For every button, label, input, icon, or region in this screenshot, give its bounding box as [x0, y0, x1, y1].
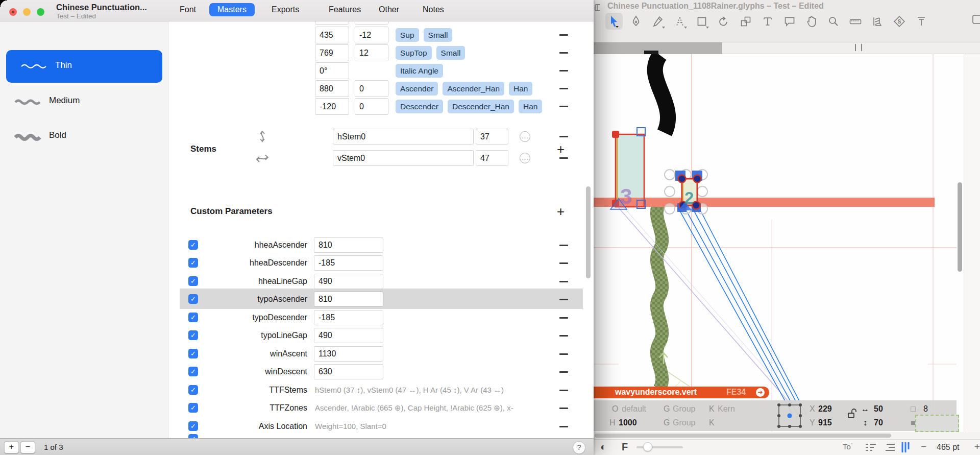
parameter-value-text[interactable]: hStem0 (37 ↕), vStem0 (47 ↔), H Ar (45 ↕… [315, 382, 504, 398]
field-value[interactable]: default [622, 404, 646, 414]
metric-value-field[interactable]: -120 [315, 98, 349, 115]
metric-tag[interactable]: Italic Angle [396, 64, 443, 78]
parameter-value-field[interactable]: -185 [314, 310, 383, 325]
metric-tag[interactable]: Han [509, 82, 532, 95]
zoom-in-button[interactable]: + [974, 441, 980, 452]
metric-tag[interactable]: Descender [396, 100, 443, 113]
metric-value-field[interactable]: 0 [355, 98, 388, 115]
tab-font[interactable]: Font [180, 5, 196, 14]
metric-tag[interactable]: Descender_Han [448, 100, 514, 113]
panel-scrollbar[interactable] [586, 186, 591, 278]
glyph-jump-icon[interactable]: ➔ [756, 388, 765, 397]
select-tool-icon[interactable] [607, 13, 621, 30]
preview-toggle-icon[interactable]: ◐ [600, 441, 606, 453]
remove-parameter-button[interactable] [559, 371, 568, 373]
zoom-out-button[interactable]: − [921, 441, 926, 452]
tab-exports[interactable]: Exports [272, 5, 299, 14]
metric-tag[interactable]: Ascender_Han [443, 82, 504, 95]
stem-name-field[interactable]: hStem0 [333, 129, 474, 145]
field-value[interactable]: Kern [718, 404, 735, 414]
add-master-button[interactable]: + [4, 441, 19, 453]
metric-value-field[interactable]: 880 [315, 80, 349, 97]
remove-parameter-button[interactable] [559, 353, 568, 355]
glyph-info-bar[interactable]: wavyunderscore.vert FE34 ➔ [594, 387, 769, 398]
corner-handle[interactable] [612, 131, 619, 138]
s-diamond-tool-icon[interactable]: S [893, 13, 906, 30]
parameter-checkbox-partial[interactable]: ✓ [188, 434, 198, 438]
tab-masters[interactable]: Masters [209, 3, 255, 16]
stem-name-field[interactable]: vStem0 [333, 150, 474, 166]
align-list-icon[interactable] [866, 443, 876, 452]
remove-metric-button[interactable] [559, 34, 568, 36]
remove-master-button[interactable]: − [20, 441, 35, 453]
help-button[interactable]: ? [573, 441, 585, 454]
scale-tool-icon[interactable] [739, 13, 752, 30]
field-value[interactable]: Group [673, 404, 695, 414]
remove-metric-button[interactable] [559, 88, 568, 89]
parameter-value-field[interactable]: 810 [314, 237, 383, 253]
width-value[interactable]: 50 [874, 404, 883, 414]
metric-tag[interactable]: Ascender [396, 82, 438, 95]
tab-features[interactable]: Features [329, 5, 361, 14]
metric-value-field[interactable]: 435 [315, 27, 349, 43]
remove-parameter-button[interactable] [559, 262, 568, 264]
metric-value-field[interactable]: 12 [355, 44, 388, 61]
vertical-scrollbar[interactable] [958, 182, 962, 272]
remove-metric-button[interactable] [559, 52, 568, 54]
remove-metric-button[interactable] [559, 106, 568, 107]
remove-parameter-button[interactable] [559, 426, 568, 427]
add-parameter-button[interactable]: + [557, 205, 565, 218]
selected-node[interactable] [678, 175, 686, 183]
text-tool-icon[interactable] [761, 13, 774, 30]
vertical-layout-icon[interactable] [901, 442, 910, 452]
parameter-value-field[interactable]: 1130 [314, 346, 383, 362]
remove-parameter-button[interactable] [559, 281, 568, 282]
field-value[interactable]: Group [673, 418, 695, 427]
metric-value-field[interactable]: 0 [355, 80, 388, 97]
align-right-icon[interactable] [885, 443, 895, 452]
add-stem-button[interactable]: + [557, 143, 565, 155]
remove-parameter-button[interactable] [559, 408, 568, 409]
parameter-value-field[interactable]: 630 [314, 364, 383, 379]
select-glyph-tool-icon[interactable] [673, 13, 687, 30]
sidebar-item-medium[interactable]: Medium [6, 87, 162, 115]
remove-parameter-button[interactable] [559, 299, 568, 300]
parameter-value-field[interactable]: 490 [314, 274, 383, 289]
measure-tool-icon[interactable] [849, 13, 862, 30]
preview-slider-knob[interactable] [643, 442, 652, 451]
stem-options-button[interactable]: … [520, 153, 530, 163]
remove-stem-button[interactable] [559, 157, 568, 159]
primitives-tool-icon[interactable] [695, 13, 708, 30]
close-button[interactable] [9, 8, 17, 16]
tab-notes[interactable]: Notes [423, 5, 444, 14]
tt-preview-icon[interactable]: To° [843, 442, 852, 451]
tt-instructor-tool-icon[interactable] [915, 13, 928, 30]
stem-options-button[interactable]: … [520, 131, 530, 142]
pen-tool-icon[interactable] [629, 13, 643, 30]
metric-tag[interactable]: Small [436, 46, 465, 60]
metric-value-field[interactable] [315, 21, 349, 25]
x-value[interactable]: 229 [818, 404, 832, 414]
remove-parameter-button[interactable] [559, 317, 568, 319]
panel-toggle-icon-partial[interactable] [972, 14, 980, 26]
metric-value-field[interactable]: 0° [315, 62, 349, 79]
zoom-tool-icon[interactable] [827, 13, 840, 30]
metric-tag[interactable]: Sup [396, 28, 419, 42]
stem-value-field[interactable]: 47 [476, 150, 508, 166]
glyph-canvas[interactable]: 3 2 [594, 54, 980, 432]
parameter-value-field-focused[interactable]: 810 [314, 292, 383, 307]
hand-tool-icon[interactable] [805, 13, 818, 30]
sidebar-item-bold[interactable]: Bold [6, 122, 162, 150]
metric-tag[interactable]: Small [424, 28, 453, 42]
parameter-value-field[interactable]: 490 [314, 328, 383, 343]
maximize-button[interactable] [37, 8, 44, 16]
parameter-value-text[interactable]: Ascender, !Arabic (665 ⊕), Cap Height, !… [315, 400, 513, 416]
selected-node[interactable] [694, 175, 701, 183]
sidebar-item-thin[interactable]: Thin [6, 50, 162, 83]
parameter-value-field[interactable]: -185 [314, 255, 383, 271]
height-value[interactable]: 70 [874, 418, 883, 427]
preview-font-icon[interactable]: F [622, 441, 628, 453]
pencil-tool-icon[interactable] [651, 13, 665, 30]
horizontal-scrollbar[interactable] [595, 434, 891, 438]
field-value[interactable]: 1000 [619, 418, 637, 427]
